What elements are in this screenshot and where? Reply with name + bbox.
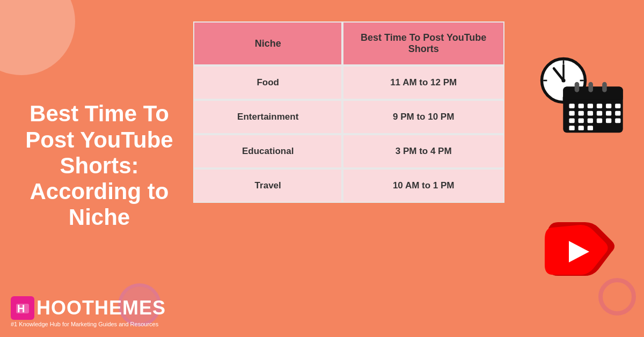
svg-rect-35 bbox=[579, 126, 584, 130]
niche-cell: Entertainment bbox=[193, 100, 342, 134]
logo-container: H HOOTHEMES bbox=[11, 296, 166, 320]
logo-subtitle: #1 Knowledge Hub for Marketing Guides an… bbox=[11, 321, 158, 327]
table-body: Food11 AM to 12 PMEntertainment9 PM to 1… bbox=[193, 65, 504, 203]
svg-rect-18 bbox=[588, 104, 593, 108]
niche-cell: Educational bbox=[193, 134, 342, 169]
svg-rect-34 bbox=[569, 126, 574, 130]
time-cell: 9 PM to 10 PM bbox=[342, 100, 504, 134]
svg-rect-16 bbox=[569, 104, 574, 108]
calendar-icon bbox=[561, 78, 625, 137]
svg-rect-14 bbox=[588, 82, 593, 92]
svg-rect-15 bbox=[602, 82, 607, 92]
svg-rect-17 bbox=[579, 104, 584, 108]
niche-cell: Food bbox=[193, 65, 342, 100]
svg-rect-23 bbox=[579, 111, 584, 115]
svg-rect-31 bbox=[597, 118, 602, 123]
deco-circle-right bbox=[598, 278, 636, 316]
background: Best Time To Post YouTube Shorts: Accord… bbox=[0, 0, 644, 337]
svg-rect-19 bbox=[597, 104, 602, 108]
svg-rect-22 bbox=[569, 111, 574, 115]
time-cell: 11 AM to 12 PM bbox=[342, 65, 504, 100]
svg-rect-28 bbox=[569, 118, 574, 123]
yt-shorts-svg bbox=[542, 211, 617, 287]
time-cell: 3 PM to 4 PM bbox=[342, 134, 504, 169]
svg-rect-12 bbox=[563, 96, 623, 99]
niche-cell: Travel bbox=[193, 169, 342, 203]
table-row: Travel10 AM to 1 PM bbox=[193, 169, 504, 203]
svg-rect-29 bbox=[579, 118, 584, 123]
svg-rect-33 bbox=[615, 118, 620, 123]
niche-header: Niche bbox=[193, 21, 342, 65]
time-header: Best Time To Post YouTube Shorts bbox=[342, 21, 504, 65]
svg-rect-25 bbox=[597, 111, 602, 115]
left-section: Best Time To Post YouTube Shorts: Accord… bbox=[11, 0, 188, 337]
table-row: Entertainment9 PM to 10 PM bbox=[193, 100, 504, 134]
time-cell: 10 AM to 1 PM bbox=[342, 169, 504, 203]
svg-rect-32 bbox=[606, 118, 611, 123]
clock-calendar-decoration bbox=[534, 56, 625, 137]
table-row: Educational3 PM to 4 PM bbox=[193, 134, 504, 169]
table-header-row: Niche Best Time To Post YouTube Shorts bbox=[193, 21, 504, 65]
svg-rect-24 bbox=[588, 111, 593, 115]
logo-svg-icon: H bbox=[15, 301, 30, 316]
youtube-shorts-icon bbox=[542, 211, 617, 287]
svg-rect-20 bbox=[606, 104, 611, 108]
logo-icon: H bbox=[11, 296, 34, 320]
page-title: Best Time To Post YouTube Shorts: Accord… bbox=[21, 101, 177, 230]
svg-rect-36 bbox=[588, 126, 593, 130]
svg-rect-13 bbox=[575, 82, 580, 92]
table-row: Food11 AM to 12 PM bbox=[193, 65, 504, 100]
svg-text:H: H bbox=[17, 303, 25, 314]
logo-area: H HOOTHEMES #1 Knowledge Hub for Marketi… bbox=[11, 296, 166, 327]
svg-rect-27 bbox=[615, 111, 620, 115]
table-section: Niche Best Time To Post YouTube Shorts F… bbox=[193, 21, 504, 203]
logo-text: HOOTHEMES bbox=[36, 297, 166, 319]
data-table: Niche Best Time To Post YouTube Shorts F… bbox=[193, 21, 504, 203]
svg-rect-30 bbox=[588, 118, 593, 123]
svg-rect-26 bbox=[606, 111, 611, 115]
svg-rect-21 bbox=[615, 104, 620, 108]
